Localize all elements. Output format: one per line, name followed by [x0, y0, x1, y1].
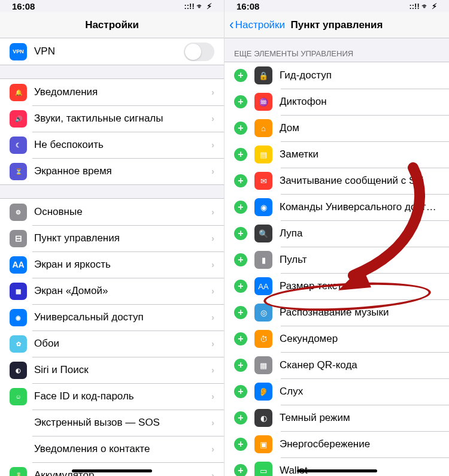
- control-row[interactable]: +◎Распознавание музыки: [224, 299, 449, 326]
- add-button[interactable]: +: [234, 464, 247, 476]
- page-title: Пункт управления: [291, 19, 383, 31]
- chevron-right-icon: ›: [211, 140, 214, 150]
- more-controls-list[interactable]: Еще элементы управления +🔒Гид-доступ+♒Ди…: [224, 38, 449, 476]
- control-row[interactable]: +◐Темный режим: [224, 405, 449, 431]
- control-row[interactable]: +▤Заметки: [224, 141, 449, 168]
- row-icon: 🔔: [10, 84, 27, 101]
- nav-bar: ‹Настройки Пункт управления: [224, 12, 449, 38]
- status-bar: 16:08 ::!! ᯤ ⚡︎: [0, 0, 224, 12]
- add-button[interactable]: +: [234, 122, 247, 135]
- vpn-icon: VPN: [10, 43, 27, 60]
- settings-row[interactable]: ◉Универсальный доступ›: [0, 304, 224, 331]
- settings-row[interactable]: ⊟Пункт управления›: [0, 225, 224, 251]
- row-label: Face ID и код-пароль: [34, 390, 211, 402]
- row-icon: AA: [10, 256, 27, 274]
- status-icons: ::!! ᯤ ⚡︎: [184, 2, 212, 11]
- home-indicator[interactable]: [297, 469, 377, 472]
- row-vpn[interactable]: VPN VPN: [0, 38, 224, 65]
- chevron-left-icon: ‹: [229, 18, 234, 32]
- chevron-right-icon: ›: [211, 418, 214, 428]
- row-icon: 👂: [254, 383, 272, 401]
- chevron-right-icon: ›: [211, 471, 214, 476]
- control-row[interactable]: +▮Пульт: [224, 247, 449, 273]
- row-icon: ▮: [254, 251, 272, 269]
- add-button[interactable]: +: [234, 411, 247, 425]
- add-button[interactable]: +: [234, 306, 247, 319]
- row-icon: ♒: [254, 93, 272, 111]
- row-label: Уведомления: [34, 86, 211, 98]
- settings-row[interactable]: 🔔Уведомления›: [0, 79, 224, 105]
- settings-row[interactable]: ▦Экран «Домой»›: [0, 278, 224, 304]
- chevron-right-icon: ›: [211, 114, 214, 123]
- add-button[interactable]: +: [234, 201, 247, 214]
- row-label: Диктофон: [280, 96, 439, 108]
- control-row[interactable]: +🔍Лупа: [224, 220, 449, 247]
- row-label: Обои: [34, 338, 211, 350]
- control-center-screen: 16:08 ::!! ᯤ ⚡︎ ‹Настройки Пункт управле…: [224, 0, 449, 476]
- row-label: Слух: [280, 386, 439, 398]
- row-icon: ▭: [254, 462, 272, 476]
- settings-row[interactable]: ⚙︎Основные›: [0, 199, 224, 225]
- row-label: Экран «Домой»: [34, 285, 211, 297]
- chevron-right-icon: ›: [211, 365, 214, 375]
- control-row[interactable]: +⏱Секундомер: [224, 326, 449, 352]
- row-icon: ▤: [254, 145, 272, 163]
- status-time: 16:08: [12, 1, 35, 11]
- status-bar: 16:08 ::!! ᯤ ⚡︎: [224, 0, 449, 12]
- row-label: Дом: [280, 122, 439, 134]
- control-row[interactable]: +⌂Дом: [224, 115, 449, 141]
- add-button[interactable]: +: [234, 227, 247, 240]
- settings-row[interactable]: ✿Обои›: [0, 331, 224, 357]
- back-label: Настройки: [235, 19, 285, 31]
- add-button[interactable]: +: [234, 69, 247, 82]
- control-row[interactable]: +◉Команды Универсального доступа: [224, 194, 449, 220]
- add-button[interactable]: +: [234, 174, 247, 187]
- row-label: Пункт управления: [34, 232, 211, 244]
- row-label: Команды Универсального доступа: [280, 201, 439, 213]
- back-button[interactable]: ‹Настройки: [229, 18, 285, 32]
- row-icon: ✉: [254, 172, 272, 190]
- page-title: Настройки: [85, 19, 139, 31]
- row-label: Универсальный доступ: [34, 311, 211, 323]
- row-icon: ◉: [10, 309, 27, 326]
- add-button[interactable]: +: [234, 253, 247, 266]
- home-indicator[interactable]: [72, 469, 152, 472]
- row-icon: ⏱: [254, 330, 272, 348]
- settings-row[interactable]: SOSЭкстренный вызов — SOS›: [0, 410, 224, 436]
- add-button[interactable]: +: [234, 280, 247, 293]
- row-icon: ▩: [254, 356, 272, 374]
- add-button[interactable]: +: [234, 95, 247, 108]
- settings-row[interactable]: ☀Уведомления о контакте›: [0, 436, 224, 462]
- add-button[interactable]: +: [234, 359, 247, 372]
- row-label: Размер текста: [280, 280, 439, 292]
- control-row[interactable]: +AAРазмер текста: [224, 273, 449, 299]
- chevron-right-icon: ›: [211, 444, 214, 454]
- add-button[interactable]: +: [234, 332, 247, 345]
- settings-row[interactable]: ⏳Экранное время›: [0, 158, 224, 184]
- add-button[interactable]: +: [234, 385, 247, 398]
- row-label: Уведомления о контакте: [34, 443, 211, 455]
- chevron-right-icon: ›: [211, 234, 214, 243]
- settings-row[interactable]: ☺Face ID и код-пароль›: [0, 383, 224, 410]
- control-row[interactable]: +👂Слух: [224, 378, 449, 405]
- control-row[interactable]: +♒Диктофон: [224, 89, 449, 115]
- settings-list[interactable]: VPN VPN 🔔Уведомления›🔊Звуки, тактильные …: [0, 38, 224, 476]
- row-label: Заметки: [280, 148, 439, 160]
- row-icon: ☺: [10, 388, 27, 405]
- nav-bar: Настройки: [0, 12, 224, 38]
- control-row[interactable]: +✉Зачитывание сообщений с Siri: [224, 168, 449, 194]
- row-label: Пульт: [280, 254, 439, 266]
- settings-row[interactable]: ◐Siri и Поиск›: [0, 357, 224, 383]
- settings-row[interactable]: ☾Не беспокоить›: [0, 132, 224, 158]
- row-icon: ▦: [10, 283, 27, 300]
- settings-row[interactable]: 🔊Звуки, тактильные сигналы›: [0, 105, 224, 132]
- add-button[interactable]: +: [234, 148, 247, 161]
- add-button[interactable]: +: [234, 438, 247, 451]
- control-row[interactable]: +🔒Гид-доступ: [224, 62, 449, 89]
- settings-row[interactable]: AAЭкран и яркость›: [0, 251, 224, 278]
- row-icon: ◐: [10, 362, 27, 379]
- control-row[interactable]: +▣Энергосбережение: [224, 431, 449, 457]
- control-row[interactable]: +▭Wallet: [224, 457, 449, 476]
- vpn-toggle[interactable]: [184, 43, 214, 61]
- control-row[interactable]: +▩Сканер QR-кода: [224, 352, 449, 378]
